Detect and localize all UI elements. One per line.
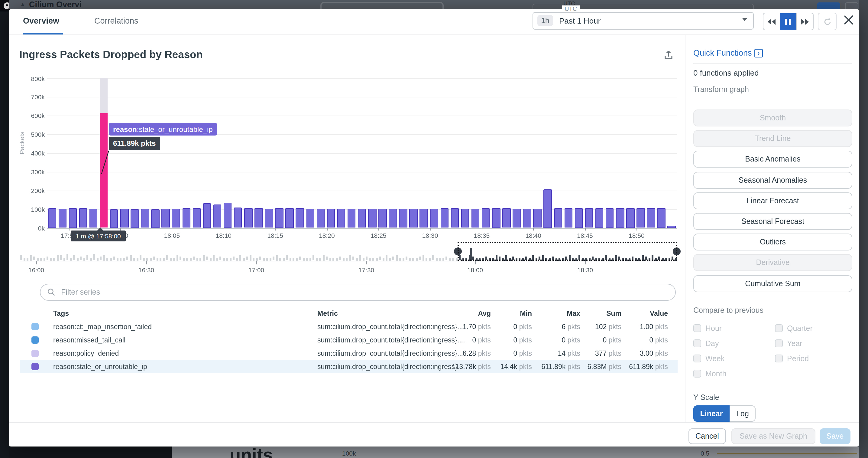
value-number: 0 xyxy=(514,350,518,357)
bar[interactable] xyxy=(162,208,170,228)
bar[interactable] xyxy=(471,208,479,228)
tooltip-value-badge: 611.89k pkts xyxy=(109,137,160,150)
bar[interactable] xyxy=(347,209,356,228)
bar[interactable] xyxy=(647,208,655,228)
value-number: 0 xyxy=(650,336,653,344)
cancel-button[interactable]: Cancel xyxy=(688,428,726,444)
bar[interactable] xyxy=(172,209,180,228)
bar[interactable] xyxy=(265,209,273,228)
quick-functions-divider xyxy=(693,63,852,63)
bar[interactable] xyxy=(575,208,583,228)
table-row[interactable]: reason:ct:_map_insertion_failedsum:ciliu… xyxy=(0,320,678,333)
series-color-swatch xyxy=(31,350,38,357)
transform-button-seasonal-forecast[interactable]: Seasonal Forecast xyxy=(693,213,852,230)
bar[interactable] xyxy=(492,208,500,228)
transform-button-cumulative-sum[interactable]: Cumulative Sum xyxy=(693,275,852,292)
compare-period-checkbox[interactable] xyxy=(775,354,783,362)
bar[interactable] xyxy=(461,208,469,228)
bar[interactable] xyxy=(130,209,139,228)
table-row[interactable]: reason:policy_deniedsum:cilium.drop_coun… xyxy=(0,346,678,360)
bar[interactable] xyxy=(275,208,283,228)
transform-button-trend-line: Trend Line xyxy=(693,130,852,147)
bar[interactable] xyxy=(430,208,438,228)
bar[interactable] xyxy=(224,202,232,228)
save-button[interactable]: Save xyxy=(819,428,850,444)
table-header-tags: Tags xyxy=(53,310,69,317)
table-row[interactable]: reason:stale_or_unroutable_ipsum:cilium.… xyxy=(0,360,678,373)
bar[interactable] xyxy=(110,209,118,228)
bar[interactable] xyxy=(234,208,242,228)
compare-year-checkbox[interactable] xyxy=(775,339,783,347)
compare-month-checkbox[interactable] xyxy=(693,369,701,377)
bar[interactable] xyxy=(595,208,603,228)
bar[interactable] xyxy=(668,226,676,228)
series-tag: reason:policy_denied xyxy=(53,350,119,357)
bar[interactable] xyxy=(440,208,448,228)
transform-button-basic-anomalies[interactable]: Basic Anomalies xyxy=(693,151,852,168)
bar[interactable] xyxy=(213,204,221,228)
bar[interactable] xyxy=(533,208,541,228)
bar[interactable] xyxy=(409,209,418,228)
bar[interactable] xyxy=(89,208,98,228)
bar[interactable] xyxy=(513,208,521,228)
bar[interactable] xyxy=(544,189,552,228)
bar[interactable] xyxy=(296,208,304,228)
bar[interactable] xyxy=(327,209,335,228)
series-tag: reason:ct:_map_insertion_failed xyxy=(53,323,152,330)
bar[interactable] xyxy=(151,209,160,228)
bar[interactable] xyxy=(286,208,294,228)
bar[interactable] xyxy=(203,204,211,228)
yscale-log-button[interactable]: Log xyxy=(730,405,755,422)
table-row[interactable]: reason:missed_tail_callsum:cilium.drop_c… xyxy=(0,333,678,346)
bar[interactable] xyxy=(141,209,149,228)
value-unit: pkts xyxy=(653,323,668,330)
save-as-new-graph-button[interactable]: Save as New Graph xyxy=(732,428,815,444)
bar[interactable] xyxy=(69,208,77,228)
bar[interactable] xyxy=(451,208,459,228)
bar[interactable] xyxy=(182,208,190,228)
bar[interactable] xyxy=(616,208,624,228)
transform-button-seasonal-anomalies[interactable]: Seasonal Anomalies xyxy=(693,172,852,189)
bar[interactable] xyxy=(637,208,645,228)
bar[interactable] xyxy=(626,208,634,228)
bar[interactable] xyxy=(585,208,593,228)
yscale-linear-button[interactable]: Linear xyxy=(693,405,730,422)
compare-week-checkbox[interactable] xyxy=(693,354,701,362)
bar[interactable] xyxy=(564,208,572,228)
bar[interactable] xyxy=(254,208,262,228)
highlighted-bar[interactable] xyxy=(100,113,108,228)
bar[interactable] xyxy=(420,208,428,228)
bar[interactable] xyxy=(48,208,56,228)
bar[interactable] xyxy=(389,209,397,228)
bar[interactable] xyxy=(120,209,128,228)
bar[interactable] xyxy=(244,208,252,228)
brush-selection[interactable] xyxy=(457,242,677,260)
bar[interactable] xyxy=(523,208,531,228)
bar[interactable] xyxy=(482,208,490,228)
bar[interactable] xyxy=(337,209,345,228)
bar[interactable] xyxy=(399,209,407,228)
bar[interactable] xyxy=(358,209,366,228)
transform-button-linear-forecast[interactable]: Linear Forecast xyxy=(693,192,852,209)
bar[interactable] xyxy=(554,208,562,228)
open-panel-icon: › xyxy=(754,49,763,57)
compare-day-checkbox[interactable] xyxy=(693,339,701,347)
bar[interactable] xyxy=(606,208,614,228)
bar[interactable] xyxy=(316,209,324,228)
compare-quarter-checkbox[interactable] xyxy=(775,324,783,332)
hovered-time-badge: 1 m @ 17:58:00 xyxy=(71,230,126,241)
bar[interactable] xyxy=(79,208,87,228)
bar[interactable] xyxy=(378,208,386,228)
bar[interactable] xyxy=(368,208,376,228)
transform-button-outliers[interactable]: Outliers xyxy=(693,233,852,251)
compare-hour-checkbox[interactable] xyxy=(693,324,701,332)
value-number: 1.00 xyxy=(640,323,653,330)
bar[interactable] xyxy=(58,208,66,228)
panel-divider xyxy=(685,35,685,422)
bar[interactable] xyxy=(502,208,510,228)
bar[interactable] xyxy=(192,208,201,228)
quick-functions-link[interactable]: Quick Functions xyxy=(693,49,752,57)
bar[interactable] xyxy=(306,209,314,228)
bar[interactable] xyxy=(657,208,665,228)
table-header-metric: Metric xyxy=(317,310,338,317)
